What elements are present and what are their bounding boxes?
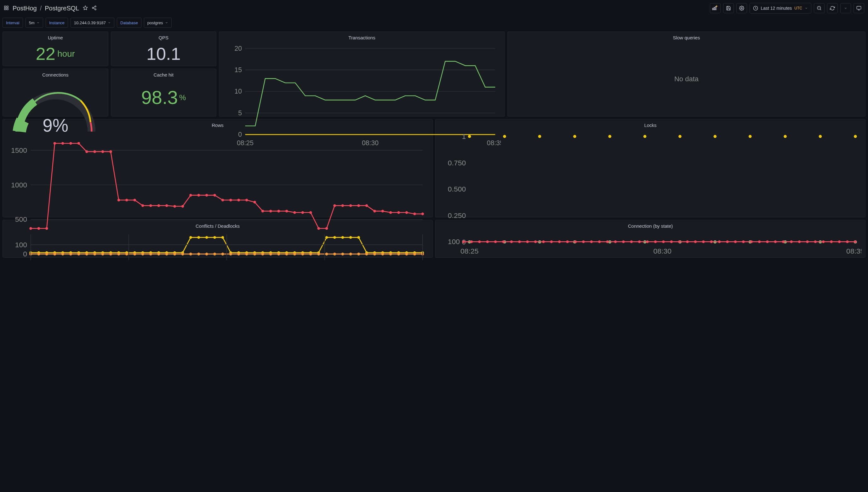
panel-slow-queries[interactable]: Slow queries No data [507,31,866,117]
breadcrumb-sep: / [40,5,42,12]
svg-point-269 [221,199,224,201]
svg-point-438 [590,240,593,243]
panel-title: Cache hit [111,69,216,79]
svg-point-468 [830,240,833,243]
svg-point-453 [710,240,713,243]
svg-rect-18 [857,6,861,9]
panel-locks[interactable]: Locks 00.2500.5000.750108:2508:3008:35 a… [435,119,866,217]
svg-point-290 [389,211,392,214]
zoom-out-button[interactable] [814,3,824,13]
svg-point-447 [662,240,665,243]
settings-button[interactable] [736,3,747,13]
svg-point-317 [538,135,541,138]
chevron-down-icon [108,21,111,24]
apps-icon[interactable] [4,5,9,11]
svg-point-282 [325,227,328,230]
tv-mode-button[interactable] [853,3,864,13]
svg-point-5 [95,6,96,7]
breadcrumb-dash[interactable]: PostgreSQL [45,5,79,12]
svg-point-246 [38,227,40,230]
svg-point-321 [678,135,681,138]
chevron-down-icon [805,7,808,10]
svg-text:0.500: 0.500 [448,185,466,193]
svg-text:20: 20 [234,45,242,52]
filter-interval-dropdown[interactable]: 5m [26,18,43,28]
svg-point-270 [229,199,232,201]
panel-rows[interactable]: Rows 05001000150008:2508:3008:35 Inserte… [2,119,433,217]
svg-point-465 [806,240,809,243]
filter-interval-label: Interval [2,18,23,28]
svg-point-253 [94,150,96,153]
filter-interval-value: 5m [29,21,35,25]
star-icon[interactable] [83,5,88,11]
svg-rect-11 [714,7,715,10]
chart-connstate: 100 [439,231,861,260]
svg-point-264 [181,205,184,207]
time-range-picker[interactable]: Last 12 minutes UTC [750,3,811,14]
breadcrumb-org[interactable]: PostHog [13,5,37,12]
svg-marker-4 [83,6,88,10]
refresh-button[interactable] [827,3,838,13]
svg-text:100: 100 [448,238,460,246]
svg-point-267 [205,194,208,197]
svg-point-283 [333,204,336,207]
svg-point-285 [349,204,352,207]
svg-point-467 [822,240,824,243]
svg-point-257 [125,199,128,201]
chart-conflicts: 75100 [7,231,429,260]
panel-title: Connections [3,69,108,79]
svg-line-16 [820,9,821,10]
svg-point-6 [92,7,94,8]
svg-point-427 [502,240,504,243]
svg-point-260 [149,204,152,207]
svg-rect-0 [4,6,6,7]
breadcrumb: PostHog / PostgreSQL [13,5,79,12]
filter-instance-value: 10.244.0.39:9187 [74,21,106,25]
svg-point-326 [854,135,857,138]
svg-point-322 [714,135,717,138]
panel-uptime[interactable]: Uptime 22 hour [2,31,108,66]
panel-qps[interactable]: QPS 10.1 [111,31,217,66]
svg-point-319 [608,135,611,138]
filter-instance-dropdown[interactable]: 10.244.0.39:9187 [71,18,114,28]
svg-point-249 [61,142,64,145]
panel-cachehit[interactable]: Cache hit 98.3 % [111,69,217,117]
svg-point-247 [45,227,48,230]
svg-point-451 [694,240,697,243]
panel-transactions[interactable]: Transactions 0510152008:2508:3008:35 Com… [219,31,505,117]
qps-value: 10.1 [146,44,181,64]
svg-point-426 [494,240,497,243]
svg-point-288 [373,210,376,212]
save-button[interactable] [723,3,734,13]
svg-point-276 [277,210,280,212]
svg-point-459 [758,240,761,243]
svg-point-7 [95,8,96,10]
filter-database-dropdown[interactable]: postgres [144,18,172,28]
share-icon[interactable] [92,5,97,11]
svg-point-274 [262,210,264,212]
filter-instance-label: Instance [46,18,68,28]
svg-point-463 [790,240,792,243]
svg-line-9 [94,7,95,7]
svg-point-446 [654,240,657,243]
svg-point-255 [109,150,112,153]
svg-point-442 [622,240,624,243]
svg-point-258 [133,199,136,201]
svg-point-429 [518,240,521,243]
svg-point-263 [173,205,176,207]
refresh-interval-button[interactable] [840,3,851,13]
svg-point-271 [238,199,240,201]
svg-point-428 [510,240,513,243]
svg-text:0.250: 0.250 [448,211,466,220]
svg-point-262 [165,204,168,207]
svg-point-423 [470,240,473,243]
svg-line-8 [94,8,95,9]
panel-connections[interactable]: Connections 9% [2,69,108,117]
svg-point-436 [574,240,577,243]
add-panel-button[interactable]: + [710,3,721,13]
svg-point-287 [365,204,368,207]
svg-point-278 [293,211,296,214]
svg-point-256 [118,199,120,201]
svg-point-293 [413,213,416,215]
svg-point-454 [718,240,721,243]
